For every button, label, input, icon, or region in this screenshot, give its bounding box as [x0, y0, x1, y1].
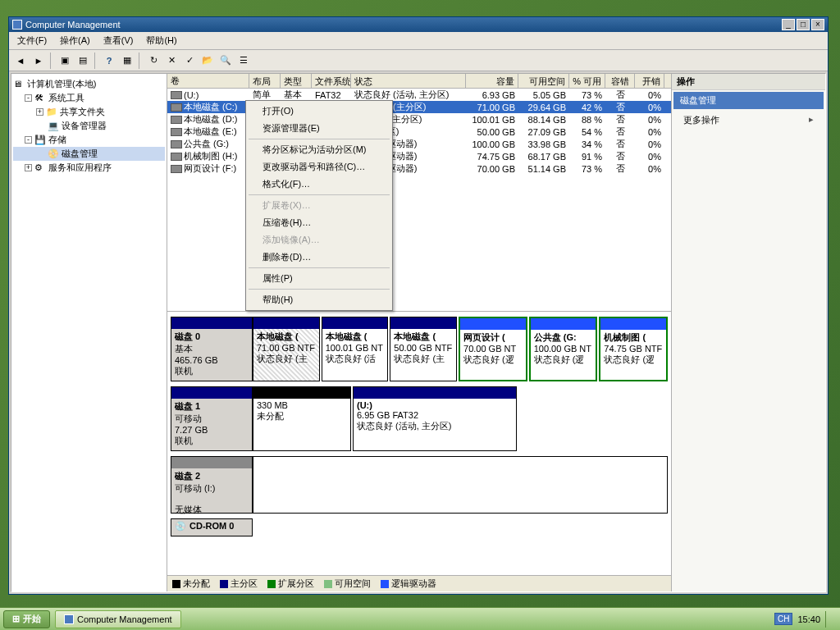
disk-1-unallocated[interactable]: 330 MB 未分配 [253, 386, 351, 451]
open-icon[interactable]: 📂 [199, 52, 216, 69]
disk-1-header[interactable]: 磁盘 1 可移动 7.27 GB 联机 [171, 386, 253, 451]
volume-row[interactable]: 机械制图 (H:)好 (逻辑驱动器)74.75 GB68.17 GB91 %否0… [167, 150, 671, 162]
hdr-percent[interactable]: % 可用 [569, 74, 605, 88]
disk-0-partition[interactable]: 本地磁盘 (100.01 GB NT状态良好 (活 [322, 317, 389, 381]
ctx-open[interactable]: 打开(O) [248, 103, 390, 120]
show-desktop-button[interactable] [825, 611, 832, 628]
actions-more[interactable]: 更多操作 [672, 111, 825, 130]
window-title: Computer Management [25, 20, 121, 30]
tree-services-apps[interactable]: +⚙服务和应用程序 [13, 161, 165, 175]
disk-0-header[interactable]: 磁盘 0 基本 465.76 GB 联机 [171, 317, 253, 381]
close-button[interactable]: × [811, 19, 824, 30]
taskbar-app-button[interactable]: Computer Management [55, 610, 181, 628]
refresh-icon[interactable]: ↻ [145, 52, 162, 69]
hdr-fault-tolerance[interactable]: 容错 [605, 74, 635, 88]
volume-icon [171, 140, 182, 148]
show-hide-button[interactable]: ▤ [75, 52, 91, 69]
disk-0-partition[interactable]: 公共盘 (G:100.00 GB NT状态良好 (逻 [529, 317, 598, 381]
volume-icon [171, 116, 182, 124]
tree-device-manager[interactable]: 💻设备管理器 [13, 119, 165, 133]
tree-disk-management[interactable]: 📀磁盘管理 [13, 147, 165, 161]
list-header[interactable]: 卷 布局 类型 文件系统 状态 容量 可用空间 % 可用 容错 开销 [167, 74, 671, 89]
legend-extended: 扩展分区 [267, 578, 314, 590]
ctx-extend: 扩展卷(X)… [248, 197, 390, 214]
volume-row[interactable]: (U:)简单基本FAT32状态良好 (活动, 主分区)6.93 GB5.05 G… [167, 89, 671, 101]
menu-action[interactable]: 操作(A) [55, 33, 95, 48]
ctx-delete[interactable]: 删除卷(D)… [248, 249, 390, 266]
list-body[interactable]: (U:)简单基本FAT32状态良好 (活动, 主分区)6.93 GB5.05 G… [167, 89, 671, 311]
system-tray: CH 15:40 [769, 611, 837, 628]
menu-file[interactable]: 文件(F) [12, 33, 52, 48]
search-icon[interactable]: 🔍 [217, 52, 234, 69]
ctx-explorer[interactable]: 资源管理器(E) [248, 120, 390, 137]
volume-row[interactable]: 网页设计 (F:)好 (逻辑驱动器)70.00 GB51.14 GB73 %否0… [167, 162, 671, 175]
ctx-change-letter[interactable]: 更改驱动器号和路径(C)… [248, 158, 390, 176]
menu-bar: 文件(F) 操作(A) 查看(V) 帮助(H) [9, 32, 828, 50]
hdr-type[interactable]: 类型 [281, 74, 312, 88]
help-button[interactable]: ? [101, 52, 117, 69]
disk-0-partition[interactable]: 本地磁盘 (71.00 GB NTF状态良好 (主 [253, 317, 320, 381]
ctx-help[interactable]: 帮助(H) [248, 291, 390, 308]
minimize-button[interactable]: _ [782, 19, 795, 30]
volume-icon [171, 103, 182, 112]
hdr-overhead[interactable]: 开销 [635, 74, 664, 88]
disk-0-partition[interactable]: 本地磁盘 (50.00 GB NTF状态良好 (主 [390, 317, 457, 381]
disk-0-partition[interactable]: 机械制图 (74.75 GB NTF状态良好 (逻 [599, 317, 668, 381]
actions-section[interactable]: 磁盘管理 [673, 92, 824, 109]
hdr-volume[interactable]: 卷 [167, 74, 249, 88]
hdr-free[interactable]: 可用空间 [518, 74, 569, 88]
ctx-properties[interactable]: 属性(P) [248, 270, 390, 287]
hdr-capacity[interactable]: 容量 [466, 74, 518, 88]
start-button[interactable]: ⊞开始 [3, 610, 50, 628]
up-button[interactable]: ▣ [57, 52, 73, 69]
tree-shared-folders[interactable]: +📁共享文件夹 [13, 105, 165, 119]
language-indicator[interactable]: CH [774, 613, 792, 625]
tree-storage[interactable]: -💾存储 [13, 133, 165, 147]
windows-logo-icon: ⊞ [12, 614, 20, 624]
menu-view[interactable]: 查看(V) [98, 33, 139, 48]
tree-pane[interactable]: 🖥计算机管理(本地) -🛠系统工具 +📁共享文件夹 💻设备管理器 -💾存储 📀磁… [11, 74, 167, 591]
tree-system-tools[interactable]: -🛠系统工具 [13, 91, 165, 105]
disk-graphical-view[interactable]: 磁盘 0 基本 465.76 GB 联机 本地磁盘 (71.00 GB NTF状… [167, 312, 671, 575]
legend-free: 可用空间 [324, 578, 371, 590]
volume-icon [171, 153, 182, 161]
volume-row[interactable]: 本地磁盘 (C:)简单基本NTFS状态良好 (主分区)71.00 GB29.64… [167, 101, 671, 113]
volume-list: 卷 布局 类型 文件系统 状态 容量 可用空间 % 可用 容错 开销 (U:)简… [167, 74, 671, 312]
disk-0-partition[interactable]: 网页设计 (70.00 GB NT状态良好 (逻 [459, 317, 527, 381]
settings-icon[interactable]: ✓ [181, 52, 198, 69]
disk-2-empty[interactable] [253, 456, 668, 514]
title-bar[interactable]: Computer Management _ □ × [9, 17, 828, 32]
disk-2-header[interactable]: 磁盘 2 可移动 (I:) 无媒体 [171, 456, 253, 514]
volume-icon [171, 128, 182, 136]
list-icon[interactable]: ☰ [235, 52, 252, 69]
back-button[interactable]: ◄ [12, 52, 29, 69]
maximize-button[interactable]: □ [797, 19, 810, 30]
volume-icon [171, 91, 182, 99]
legend: 未分配 主分区 扩展分区 可用空间 逻辑驱动器 [167, 575, 671, 591]
volume-row[interactable]: 本地磁盘 (D:)好 (活动, 主分区)100.01 GB88.14 GB88 … [167, 113, 671, 126]
volume-row[interactable]: 公共盘 (G:)好 (逻辑驱动器)100.00 GB33.98 GB34 %否0… [167, 138, 671, 150]
menu-help[interactable]: 帮助(H) [141, 33, 181, 48]
ctx-format[interactable]: 格式化(F)… [248, 176, 390, 193]
hdr-layout[interactable]: 布局 [249, 74, 281, 88]
toolbar: ◄ ► ▣ ▤ ? ▦ ↻ ✕ ✓ 📂 🔍 ☰ [9, 50, 828, 71]
cdrom-header[interactable]: 💿CD-ROM 0 [171, 518, 253, 536]
forward-button[interactable]: ► [30, 52, 47, 69]
actions-pane: 操作 磁盘管理 更多操作 [671, 74, 825, 591]
volume-row[interactable]: 本地磁盘 (E:)好 (主分区)50.00 GB27.09 GB54 %否0% [167, 126, 671, 138]
hdr-filesystem[interactable]: 文件系统 [312, 74, 351, 88]
cdrom-row: 💿CD-ROM 0 [171, 518, 668, 536]
main-window: Computer Management _ □ × 文件(F) 操作(A) 查看… [8, 16, 829, 595]
disk-1-partition-u[interactable]: (U:) 6.95 GB FAT32 状态良好 (活动, 主分区) [353, 386, 517, 451]
tree-root[interactable]: 🖥计算机管理(本地) [13, 77, 165, 91]
hdr-status[interactable]: 状态 [351, 74, 466, 88]
ctx-mark-active[interactable]: 将分区标记为活动分区(M) [248, 141, 390, 158]
legend-logical: 逻辑驱动器 [381, 578, 436, 590]
props-button[interactable]: ▦ [119, 52, 135, 69]
ctx-add-mirror: 添加镜像(A)… [248, 231, 390, 249]
disk-1-row: 磁盘 1 可移动 7.27 GB 联机 330 MB 未分配 [171, 386, 668, 451]
taskbar: ⊞开始 Computer Management CH 15:40 [0, 607, 840, 630]
delete-icon[interactable]: ✕ [163, 52, 180, 69]
ctx-shrink[interactable]: 压缩卷(H)… [248, 214, 390, 231]
clock[interactable]: 15:40 [797, 614, 820, 624]
